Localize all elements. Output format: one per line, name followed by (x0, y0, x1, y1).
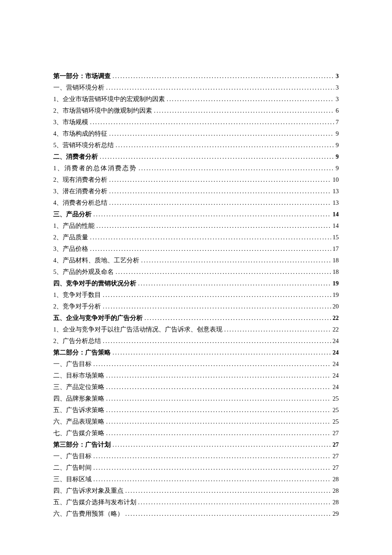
toc-entry: 四、广告诉求对象及重点28 (53, 485, 339, 497)
toc-entry-title: 4、产品材料、质地、工艺分析 (53, 255, 139, 266)
toc-leader-dots (93, 358, 331, 370)
toc-entry: 一、广告目标24 (53, 358, 339, 370)
toc-entry-page: 3 (336, 70, 339, 82)
toc-entry-title: 1、竞争对手数目 (53, 289, 101, 301)
toc-entry-page: 24 (333, 347, 339, 358)
toc-leader-dots (115, 139, 334, 151)
toc-leader-dots (106, 404, 331, 416)
toc-entry: 二、广告时间27 (53, 462, 339, 474)
toc-entry: 第一部分：市场调查3 (53, 70, 339, 82)
toc-entry-page: 13 (333, 186, 339, 197)
toc-entry-title: 第一部分：市场调查 (53, 70, 111, 82)
toc-entry: 2、产品质量15 (53, 232, 339, 243)
toc-entry: 1、竞争对手数目19 (53, 289, 339, 301)
toc-entry-page: 28 (333, 497, 339, 508)
toc-entry: 4、消费者分析总结13 (53, 197, 339, 209)
toc-entry-page: 24 (333, 381, 339, 393)
toc-entry-title: 六、广告费用预算（略） (53, 508, 124, 520)
toc-entry: 三、产品分析14 (53, 209, 339, 220)
toc-entry: 一、广告目标27 (53, 450, 339, 462)
toc-leader-dots (109, 197, 331, 209)
toc-leader-dots (90, 232, 331, 243)
toc-entry-title: 一、广告目标 (53, 450, 92, 462)
toc-entry: 七、广告媒介策略27 (53, 427, 339, 439)
toc-entry-page: 19 (333, 289, 339, 301)
toc-entry: 1、消费者的总体消费态势9 (53, 163, 339, 174)
toc-entry-title: 3、潜在消费者分析 (53, 186, 107, 197)
toc-entry: 三、目标区域28 (53, 474, 339, 485)
toc-entry-page: 25 (333, 393, 339, 404)
toc-entry-page: 25 (333, 404, 339, 416)
toc-entry: 六、广告费用预算（略）29 (53, 508, 339, 520)
toc-leader-dots (167, 93, 334, 105)
toc-leader-dots (106, 416, 331, 427)
table-of-contents: 第一部分：市场调查3一、营销环境分析31、企业市场营销环境中的宏观制约因素32、… (53, 70, 339, 520)
toc-leader-dots (138, 163, 334, 174)
toc-entry-page: 24 (333, 335, 339, 347)
toc-leader-dots (112, 439, 331, 450)
toc-entry: 3、产品价格17 (53, 243, 339, 255)
toc-entry-page: 24 (333, 370, 339, 381)
toc-entry-page: 9 (336, 128, 339, 139)
toc-leader-dots (103, 335, 331, 347)
toc-entry-page: 13 (333, 197, 339, 209)
toc-entry-title: 六、产品表现策略 (53, 416, 104, 427)
toc-leader-dots (154, 105, 334, 116)
toc-entry-title: 五、广告媒介选择与发布计划 (53, 497, 136, 508)
toc-entry: 五、企业与竞争对手的广告分析22 (53, 312, 339, 324)
toc-leader-dots (106, 427, 331, 439)
toc-entry: 5、产品的外观及命名18 (53, 266, 339, 278)
toc-entry: 2、广告分析总结24 (53, 335, 339, 347)
toc-entry: 3、市场规模7 (53, 116, 339, 128)
toc-entry-page: 3 (336, 82, 339, 93)
toc-entry-page: 24 (333, 358, 339, 370)
toc-entry-page: 25 (333, 416, 339, 427)
toc-entry-title: 1、消费者的总体消费态势 (53, 163, 137, 174)
toc-entry: 2、竞争对手分析20 (53, 301, 339, 312)
toc-leader-dots (224, 324, 331, 335)
toc-entry: 1、产品的性能14 (53, 220, 339, 232)
toc-leader-dots (109, 128, 334, 139)
toc-entry: 五、广告诉求策略25 (53, 404, 339, 416)
toc-entry: 4、产品材料、质地、工艺分析18 (53, 255, 339, 266)
toc-leader-dots (144, 312, 331, 324)
toc-entry-title: 3、产品价格 (53, 243, 88, 255)
toc-entry-title: 三、目标区域 (53, 474, 92, 485)
toc-leader-dots (90, 116, 334, 128)
toc-leader-dots (112, 70, 334, 82)
toc-entry-page: 9 (336, 139, 339, 151)
toc-entry: 5、营销环境分析总结9 (53, 139, 339, 151)
toc-entry-title: 1、企业市场营销环境中的宏观制约因素 (53, 93, 165, 105)
toc-entry: 2、市场营销环境中的微观制约因素6 (53, 105, 339, 116)
toc-leader-dots (93, 209, 331, 220)
toc-entry-title: 2、广告分析总结 (53, 335, 101, 347)
toc-entry: 第三部分：广告计划27 (53, 439, 339, 450)
toc-entry-page: 14 (333, 220, 339, 232)
toc-entry-title: 四、品牌形象策略 (53, 393, 104, 404)
toc-leader-dots (103, 289, 331, 301)
toc-leader-dots (106, 370, 331, 381)
toc-entry: 1、企业与竞争对手以往广告活动情况、广告诉求、创意表现22 (53, 324, 339, 335)
toc-entry: 二、消费者分析9 (53, 151, 339, 163)
toc-entry-title: 5、营销环境分析总结 (53, 139, 114, 151)
toc-entry-title: 第三部分：广告计划 (53, 439, 111, 450)
toc-leader-dots (109, 186, 331, 197)
toc-entry-title: 2、产品质量 (53, 232, 88, 243)
toc-leader-dots (90, 243, 331, 255)
toc-entry-page: 10 (333, 174, 339, 186)
toc-leader-dots (106, 393, 331, 404)
toc-leader-dots (93, 450, 331, 462)
toc-leader-dots (112, 347, 331, 358)
toc-entry-title: 4、消费者分析总结 (53, 197, 107, 209)
toc-entry: 4、市场构成的特征9 (53, 128, 339, 139)
toc-entry-page: 28 (333, 485, 339, 497)
toc-leader-dots (138, 278, 331, 289)
toc-entry: 2、现有消费者分析10 (53, 174, 339, 186)
toc-leader-dots (93, 462, 331, 474)
toc-entry-title: 二、目标市场策略 (53, 370, 104, 381)
toc-entry-page: 28 (333, 474, 339, 485)
toc-entry: 四、品牌形象策略25 (53, 393, 339, 404)
toc-leader-dots (125, 485, 331, 497)
toc-leader-dots (106, 381, 331, 393)
toc-entry-page: 27 (333, 427, 339, 439)
